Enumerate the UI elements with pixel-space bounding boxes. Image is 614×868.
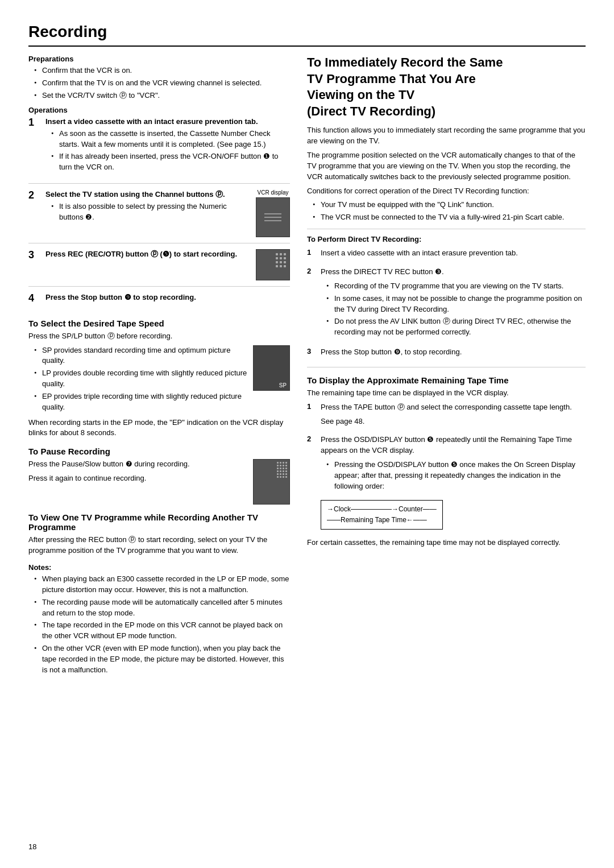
display-step-2-bullets: Pressing the OSD/DISPLAY button ❺ once m… [321, 460, 586, 492]
vcr-record-dot [280, 462, 281, 464]
vcr-record-dot [283, 473, 284, 475]
step-2: 2 Select the TV station using the Channe… [28, 189, 290, 243]
vcr-record-dot-row [277, 465, 287, 466]
condition-item: The VCR must be connected to the TV via … [313, 212, 586, 223]
condition-item: Your TV must be equipped with the "Q Lin… [313, 200, 586, 210]
preparations-list: Confirm that the VCR is on. Confirm that… [28, 65, 290, 101]
left-column: Preparations Confirm that the VCR is on.… [28, 55, 290, 680]
arrow-line-1: →Clock——————→Counter—— [327, 505, 437, 513]
step-2-number: 2 [28, 189, 41, 202]
step-1-number: 1 [28, 117, 41, 129]
vcr-display-lines [264, 213, 281, 221]
preparations-heading: Preparations [28, 55, 290, 63]
vcr-record-dot [277, 473, 279, 475]
step-1-bullets: As soon as the cassette is inserted, the… [45, 129, 290, 173]
step-1-title: Insert a video cassette with an intact e… [45, 117, 290, 127]
perform-heading: To Perform Direct TV Recording: [307, 235, 586, 243]
prep-item: Confirm that the TV is on and the VCR vi… [34, 78, 290, 89]
perform-step-2-bullets: Recording of the TV programme that you a… [321, 281, 586, 338]
vcr-display-2 [256, 249, 290, 280]
vcr-line [264, 213, 281, 214]
perform-step-1-num: 1 [307, 248, 316, 257]
view-one-tv-title: To View One TV Programme while Recording… [28, 512, 290, 532]
note-item: The tape recorded in the EP mode on this… [34, 620, 290, 642]
display-step-2-text: Press the OSD/DISPLAY button ❺ repeatedl… [321, 435, 586, 456]
vcr-display-label: VCR display [257, 189, 288, 196]
note-item: The recording pause mode will be automat… [34, 597, 290, 619]
preparations-section: Preparations Confirm that the VCR is on.… [28, 55, 290, 101]
vcr-record-dot [280, 476, 281, 478]
vcr-display-1 [256, 197, 290, 237]
vcr-line [264, 217, 281, 218]
display-step-1-content: Press the TAPE button ⓟ and select the c… [321, 402, 586, 431]
direct-tv-intro-1: This function allows you to immediately … [307, 125, 586, 147]
step-1-content: Insert a video cassette with an intact e… [45, 117, 290, 178]
perform-step-2: 2 Press the DIRECT TV REC button ❸. Reco… [307, 267, 586, 342]
vcr-dot [276, 253, 278, 255]
vcr-record-dot [285, 465, 287, 466]
display-bullet: Pressing the OSD/DISPLAY button ❺ once m… [326, 460, 586, 492]
display-step-1-num: 1 [307, 402, 316, 411]
vcr-line [264, 220, 281, 221]
conditions-intro: Conditions for correct operation of the … [307, 186, 586, 197]
step-4: 4 Press the Stop button ❾ to stop record… [28, 292, 290, 311]
vcr-record-dot [277, 470, 279, 472]
notes-list: When playing back an E300 cassette recor… [28, 574, 290, 676]
vcr-dot [284, 257, 286, 259]
perform-step-3-content: Press the Stop button ❾, to stop recordi… [321, 347, 586, 361]
vcr-dot [284, 265, 286, 267]
vcr-dot [276, 261, 278, 263]
vcr-dot [280, 257, 282, 259]
step-2-content: Select the TV station using the Channel … [45, 189, 290, 237]
step-4-number: 4 [28, 292, 41, 305]
page-title: Recording [28, 23, 586, 47]
notes-section: Notes: When playing back an E300 cassett… [28, 563, 290, 676]
vcr-dot [276, 265, 278, 267]
vcr-dot-row [276, 253, 286, 255]
pause-recording-section: To Pause Recording Press the Pause/Slow … [28, 447, 290, 505]
title-line-3: Viewing on the TV [307, 88, 414, 102]
tape-speed-intro: Press the SP/LP button ⓟ before recordin… [28, 331, 290, 342]
vcr-record-dot [285, 476, 287, 478]
vcr-record-dot [283, 476, 284, 478]
perform-step-2-text: Press the DIRECT TV REC button ❸. [321, 267, 586, 278]
conditions-list: Your TV must be equipped with the "Q Lin… [307, 200, 586, 223]
perform-step-2-num: 2 [307, 267, 316, 275]
title-line-4: (Direct TV Recording) [307, 104, 435, 118]
perform-step-1-content: Insert a video cassette with an intact e… [321, 248, 586, 262]
vcr-record-dot [285, 462, 287, 464]
perform-bullet: Recording of the TV programme that you a… [326, 281, 586, 292]
vcr-record-dot [277, 468, 279, 469]
perform-step-2-content: Press the DIRECT TV REC button ❸. Record… [321, 267, 586, 342]
display-remaining-intro: The remaining tape time can be displayed… [307, 388, 586, 399]
vcr-record-dot-row [277, 473, 287, 475]
notes-heading: Notes: [28, 563, 290, 572]
prep-item: Confirm that the VCR is on. [34, 65, 290, 76]
step-1-bullet: As soon as the cassette is inserted, the… [51, 129, 290, 150]
step-3-number: 3 [28, 249, 41, 262]
vcr-record-dot [280, 470, 281, 472]
perform-step-1-text: Insert a video cassette with an intact e… [321, 248, 586, 259]
direct-tv-intro-2: The programme position selected on the V… [307, 150, 586, 183]
display-step-2-num: 2 [307, 435, 316, 443]
tape-speed-note: When recording starts in the EP mode, th… [28, 418, 290, 439]
tape-speed-section: To Select the Desired Tape Speed Press t… [28, 319, 290, 439]
vcr-record-dot [277, 476, 279, 478]
display-remaining-section: To Display the Approximate Remaining Tap… [307, 375, 586, 548]
vcr-dot [284, 261, 286, 263]
arrow-diagram: →Clock——————→Counter—— ——Remaining Tape … [321, 500, 443, 530]
step-2-bullets: It is also possible to select by pressin… [45, 201, 250, 223]
view-one-tv-intro: After pressing the REC button ⓟ to start… [28, 535, 290, 556]
tape-speed-title: To Select the Desired Tape Speed [28, 319, 290, 328]
display-step-1-text: Press the TAPE button ⓟ and select the c… [321, 402, 586, 413]
vcr-dot-row [276, 261, 286, 263]
operations-heading: Operations [28, 106, 290, 114]
direct-tv-title: To Immediately Record the Same TV Progra… [307, 55, 586, 119]
display-step-2-content: Press the OSD/DISPLAY button ❺ repeatedl… [321, 435, 586, 533]
perform-step-3: 3 Press the Stop button ❾, to stop recor… [307, 347, 586, 361]
pause-line-1: Press the Pause/Slow button ❼ during rec… [28, 459, 247, 470]
display-step-1: 1 Press the TAPE button ⓟ and select the… [307, 402, 586, 431]
vcr-dot [284, 253, 286, 255]
pause-line-2: Press it again to continue recording. [28, 473, 247, 484]
vcr-record-dot-row [277, 468, 287, 469]
